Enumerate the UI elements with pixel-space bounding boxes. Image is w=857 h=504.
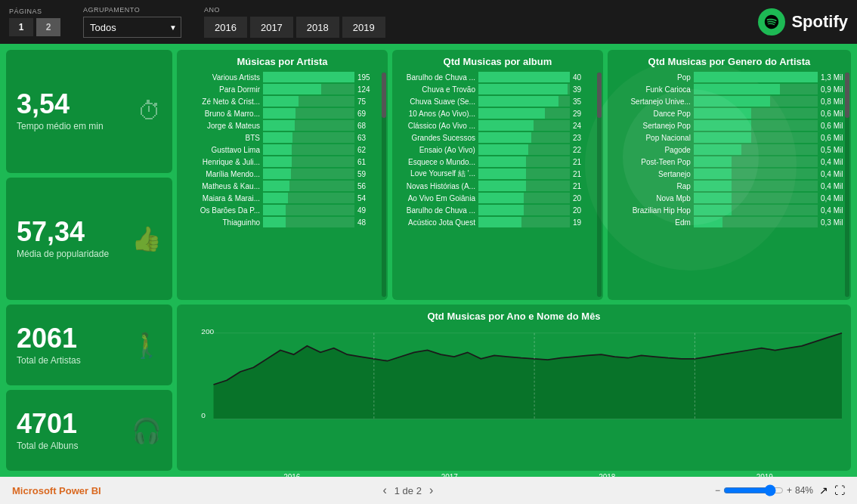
zoom-plus-icon[interactable]: + — [787, 485, 792, 496]
bar-row: Esquece o Mundo... 21 — [400, 156, 596, 167]
artist-chart-title: Músicas por Artista — [184, 56, 380, 67]
bar-row: Maiara & Marai... 54 — [184, 193, 380, 203]
bar-fill — [694, 120, 751, 131]
bar-fill — [478, 72, 570, 82]
bar-track — [694, 96, 818, 107]
bar-label: Funk Carioca — [615, 85, 691, 94]
powerbi-brand: Microsoft Power BI — [12, 485, 101, 496]
bar-value: 21 — [573, 158, 596, 166]
bar-fill — [478, 217, 521, 227]
bar-row: Novas Histórias (A... 21 — [400, 181, 596, 191]
prev-page-button[interactable]: ‹ — [382, 484, 386, 497]
bar-track — [694, 144, 818, 155]
bar-label: Matheus & Kau... — [184, 182, 260, 190]
person-icon: 🚶 — [131, 331, 162, 360]
share-button[interactable]: ↗ — [819, 484, 828, 496]
bar-track — [694, 205, 818, 215]
bar-fill — [263, 144, 292, 155]
bar-track — [263, 120, 354, 131]
kpi-popularidade: 57,34 Média de popularidade 👍 — [6, 178, 172, 301]
kpi-albuns: 4701 Total de Albuns 🎧 — [6, 390, 172, 471]
bar-fill — [263, 217, 286, 227]
year-2016-button[interactable]: 2016 — [204, 17, 247, 38]
bar-row: Chuva e Trovão 39 — [400, 84, 596, 94]
bar-label: Thiaguinho — [184, 218, 260, 227]
genre-bar-list: Pop 1,3 Mil Funk Carioca 0,9 Mil Sertane… — [615, 72, 843, 294]
bar-fill — [478, 205, 524, 215]
year-2017-button[interactable]: 2017 — [250, 17, 293, 38]
bar-value: 0,4 Mil — [821, 206, 843, 215]
album-scrollbar[interactable] — [597, 73, 602, 297]
bar-track — [478, 169, 570, 179]
bar-track — [478, 120, 570, 131]
bar-value: 20 — [573, 206, 596, 215]
bar-fill — [478, 84, 568, 94]
bar-track — [263, 169, 354, 179]
bar-fill — [263, 72, 354, 82]
bar-label: Edm — [615, 218, 691, 227]
bar-value: 0,4 Mil — [821, 194, 843, 203]
grouping-dropdown[interactable]: Todos — [83, 17, 181, 38]
artist-scrollbar[interactable] — [382, 73, 386, 297]
genre-scrollbar[interactable] — [845, 73, 849, 297]
bar-fill — [694, 72, 818, 82]
bar-row: Ensaio (Ao Vivo) 22 — [400, 144, 596, 155]
page-1-button[interactable]: 1 — [9, 18, 33, 36]
bar-fill — [478, 193, 524, 203]
bar-track — [263, 181, 354, 191]
bar-fill — [694, 84, 780, 94]
bar-label: Ao Vivo Em Goiânia — [400, 194, 475, 203]
bar-value: 62 — [357, 146, 380, 154]
kpi-tempo: 3,54 Tempo médio em min ⏱ — [6, 50, 172, 173]
bar-label: Pop — [615, 73, 691, 82]
bar-row: Love Yourself 結 '... 21 — [400, 169, 596, 179]
bar-label: Grandes Sucessos — [400, 134, 475, 142]
year-2019-button[interactable]: 2019 — [342, 17, 385, 38]
zoom-slider[interactable] — [723, 484, 784, 496]
year-label: Ano — [204, 6, 385, 14]
page-2-button[interactable]: 2 — [36, 18, 60, 36]
kpi-artistas: 2061 Total de Artistas 🚶 — [6, 305, 172, 385]
bar-fill — [263, 96, 299, 107]
bar-value: 0,6 Mil — [821, 134, 843, 142]
bar-value: 0,6 Mil — [821, 110, 843, 118]
bar-label: Pagode — [615, 146, 691, 154]
page-buttons: 1 2 — [9, 18, 60, 36]
bar-track — [478, 84, 570, 94]
bar-fill — [694, 144, 741, 155]
bar-value: 0,3 Mil — [821, 218, 843, 227]
zoom-minus-icon[interactable]: − — [715, 485, 720, 496]
bar-row: Para Dormir 124 — [184, 84, 380, 94]
bar-track — [478, 205, 570, 215]
fullscreen-button[interactable]: ⛶ — [834, 484, 845, 496]
bar-track — [263, 132, 354, 143]
bar-label: Post-Teen Pop — [615, 158, 691, 166]
bar-fill — [263, 156, 292, 167]
bar-value: 20 — [573, 194, 596, 203]
bar-label: Henrique & Juli... — [184, 158, 260, 166]
bar-value: 124 — [357, 85, 380, 94]
line-chart-title: Qtd Musicas por Ano e Nome do Mês — [184, 311, 843, 322]
year-2018-button[interactable]: 2018 — [296, 17, 339, 38]
bar-track — [263, 193, 354, 203]
toolbar: PÁGINAS 1 2 Agrupamento Todos ▼ Ano 2016… — [0, 0, 857, 44]
bar-row: Bruno & Marro... 69 — [184, 108, 380, 119]
bar-row: Dance Pop 0,6 Mil — [615, 108, 843, 119]
bar-track — [694, 84, 818, 94]
bar-track — [478, 181, 570, 191]
bar-value: 68 — [357, 122, 380, 130]
bar-value: 22 — [573, 146, 596, 154]
bar-label: Pop Nacional — [615, 134, 691, 142]
bar-row: Henrique & Juli... 61 — [184, 156, 380, 167]
bar-fill — [478, 169, 527, 179]
bar-fill — [478, 144, 529, 155]
bar-value: 61 — [357, 158, 380, 166]
page-info: 1 de 2 — [394, 485, 422, 496]
bar-row: Barulho de Chuva ... 40 — [400, 72, 596, 82]
bar-value: 49 — [357, 206, 380, 215]
pages-label: PÁGINAS — [9, 8, 60, 15]
bar-value: 54 — [357, 194, 380, 203]
bar-value: 21 — [573, 170, 596, 178]
footer-right: − + 84% ↗ ⛶ — [715, 484, 845, 496]
next-page-button[interactable]: › — [429, 484, 433, 497]
